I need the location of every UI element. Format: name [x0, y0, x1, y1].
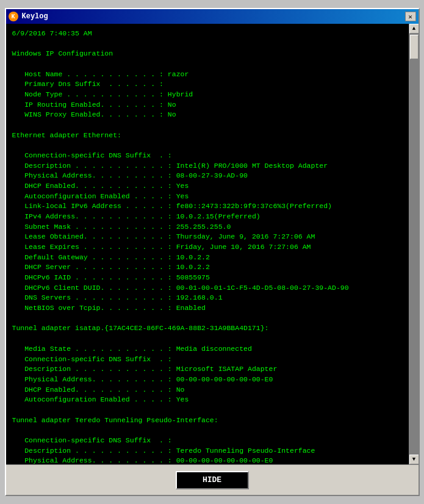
scrollbar[interactable]: ▲ ▼: [409, 24, 419, 464]
app-icon: K: [9, 12, 18, 21]
scroll-thumb[interactable]: [410, 35, 419, 59]
bottom-bar: HIDE: [6, 464, 419, 495]
scroll-up-button[interactable]: ▲: [409, 24, 419, 34]
main-window: K Keylog ✕ 6/9/2016 7:40:35 AM Windows I…: [5, 8, 420, 496]
title-bar-left: K Keylog: [9, 12, 48, 21]
window-title: Keylog: [22, 12, 48, 21]
scroll-track[interactable]: [409, 34, 419, 455]
close-button[interactable]: ✕: [405, 12, 416, 21]
title-bar: K Keylog ✕: [6, 9, 419, 24]
content-area: 6/9/2016 7:40:35 AM Windows IP Configura…: [6, 24, 419, 464]
hide-button[interactable]: HIDE: [176, 471, 249, 489]
terminal-output: 6/9/2016 7:40:35 AM Windows IP Configura…: [6, 24, 409, 464]
scroll-down-button[interactable]: ▼: [409, 455, 419, 464]
